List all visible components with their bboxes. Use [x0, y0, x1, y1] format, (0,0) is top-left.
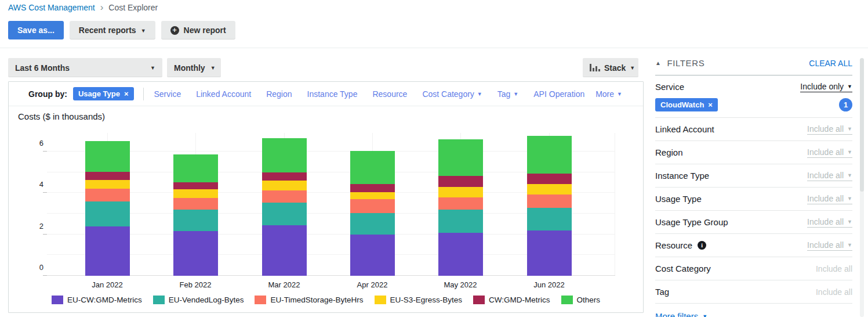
- filter-mode-select[interactable]: Include all▼: [807, 171, 852, 181]
- breadcrumb-link-cost-management[interactable]: AWS Cost Management: [8, 3, 95, 12]
- filter-mode-label: Include all: [807, 194, 844, 203]
- bar-segment-others[interactable]: [262, 138, 307, 172]
- divider: [143, 88, 144, 100]
- bar-segment-eu-cw-gmd-metrics[interactable]: [85, 226, 130, 276]
- granularity-select[interactable]: Monthly ▼: [167, 58, 221, 77]
- scrollbar-thumb[interactable]: [860, 58, 864, 192]
- group-by-link-region[interactable]: Region: [266, 89, 292, 99]
- bar-segment-eu-timedstorage-bytehrs[interactable]: [173, 198, 218, 210]
- bar-segment-eu-vendedlog-bytes[interactable]: [262, 203, 307, 226]
- legend-item-eu-cw-gmd-metrics[interactable]: EU-CW:GMD-Metrics: [52, 296, 142, 304]
- filter-row-cost-category: Cost CategoryInclude all: [655, 257, 852, 280]
- group-by-link-api-operation[interactable]: API Operation: [533, 89, 584, 99]
- bar-segment-cw-gmd-metrics[interactable]: [527, 174, 572, 184]
- group-by-more-link[interactable]: More ▼: [595, 89, 622, 99]
- filter-mode-select[interactable]: Include all▼: [807, 217, 852, 228]
- bar-segment-eu-timedstorage-bytehrs[interactable]: [527, 194, 572, 208]
- bar-segment-eu-s3-egress-bytes[interactable]: [527, 184, 572, 194]
- group-by-link-service[interactable]: Service: [154, 89, 181, 99]
- close-icon[interactable]: ×: [124, 90, 129, 98]
- bar-segment-eu-cw-gmd-metrics[interactable]: [173, 231, 218, 276]
- filter-tag-cloudwatch[interactable]: CloudWatch×: [655, 98, 718, 111]
- bar-segment-cw-gmd-metrics[interactable]: [85, 172, 130, 180]
- bar-segment-others[interactable]: [173, 154, 218, 182]
- bar-segment-others[interactable]: [438, 139, 483, 175]
- legend-item-eu-timedstorage-bytehrs[interactable]: EU-TimedStorage-ByteHrs: [255, 296, 363, 304]
- new-report-button[interactable]: + New report: [161, 21, 235, 39]
- bar-segment-eu-timedstorage-bytehrs[interactable]: [262, 190, 307, 203]
- bar-segment-cw-gmd-metrics[interactable]: [438, 176, 483, 187]
- x-tick-label: Jan 2022: [72, 280, 142, 289]
- filter-label: Linked Account: [655, 124, 714, 134]
- more-filters-link[interactable]: More filters ▼: [655, 311, 707, 317]
- filter-mode-label: Include all: [807, 240, 844, 250]
- filter-mode-label: Include all: [807, 124, 844, 134]
- legend-item-cw-gmd-metrics[interactable]: CW:GMD-Metrics: [473, 296, 550, 304]
- bar-segment-eu-s3-egress-bytes[interactable]: [262, 181, 307, 190]
- bar-segment-eu-vendedlog-bytes[interactable]: [85, 201, 130, 226]
- y-tick-label: 0: [26, 263, 43, 272]
- group-by-selected-pill[interactable]: Usage Type ×: [73, 87, 134, 100]
- info-icon[interactable]: i: [698, 241, 706, 250]
- bar-segment-eu-cw-gmd-metrics[interactable]: [350, 235, 395, 276]
- group-by-link-tag[interactable]: Tag▼: [497, 89, 519, 99]
- save-as-button[interactable]: Save as...: [8, 21, 64, 39]
- filter-tag-label: CloudWatch: [660, 100, 704, 109]
- bar-segment-eu-s3-egress-bytes[interactable]: [350, 192, 395, 199]
- filter-mode-select[interactable]: Include all: [816, 287, 852, 297]
- bar-segment-eu-s3-egress-bytes[interactable]: [85, 180, 130, 189]
- bar-segment-eu-cw-gmd-metrics[interactable]: [438, 233, 483, 276]
- filter-mode-select[interactable]: Include only▼: [800, 82, 852, 92]
- group-by-link-instance-type[interactable]: Instance Type: [307, 89, 358, 99]
- more-label: More: [595, 89, 614, 99]
- filter-label: Tag: [655, 287, 669, 297]
- bar-segment-eu-timedstorage-bytehrs[interactable]: [350, 199, 395, 213]
- chevron-down-icon: ▼: [477, 92, 482, 97]
- filters-title[interactable]: ▲ FILTERS: [655, 58, 704, 68]
- legend-item-eu-s3-egress-bytes[interactable]: EU-S3-Egress-Bytes: [375, 296, 463, 304]
- filter-mode-select[interactable]: Include all: [816, 264, 852, 273]
- bar-segment-eu-cw-gmd-metrics[interactable]: [527, 230, 572, 276]
- filter-mode-select[interactable]: Include all▼: [807, 147, 852, 158]
- close-icon[interactable]: ×: [708, 101, 713, 109]
- group-by-link-cost-category[interactable]: Cost Category▼: [422, 89, 482, 99]
- bar-segment-eu-cw-gmd-metrics[interactable]: [262, 225, 307, 276]
- chevron-down-icon: ▼: [617, 92, 622, 97]
- legend-item-others[interactable]: Others: [561, 296, 601, 304]
- bar-segment-others[interactable]: [85, 141, 130, 172]
- bar-segment-eu-s3-egress-bytes[interactable]: [438, 187, 483, 197]
- filter-mode-select[interactable]: Include all▼: [807, 194, 852, 204]
- filter-row-service: ServiceInclude only▼CloudWatch×1: [655, 75, 852, 118]
- clear-all-link[interactable]: CLEAR ALL: [809, 59, 852, 68]
- breadcrumb-chevron-icon: ›: [100, 3, 104, 12]
- bar-segment-eu-vendedlog-bytes[interactable]: [527, 208, 572, 231]
- group-by-link-resource[interactable]: Resource: [372, 89, 407, 99]
- scrollbar[interactable]: [860, 58, 864, 317]
- filter-mode-select[interactable]: Include all▼: [807, 240, 852, 251]
- bar-segment-eu-s3-egress-bytes[interactable]: [173, 189, 218, 198]
- bar-segment-others[interactable]: [527, 136, 572, 174]
- group-by-link-linked-account[interactable]: Linked Account: [196, 89, 251, 99]
- bar-segment-others[interactable]: [350, 151, 395, 184]
- bar-segment-eu-timedstorage-bytehrs[interactable]: [85, 189, 130, 201]
- filter-row-resource: ResourceiInclude all▼: [655, 234, 852, 257]
- filters-title-label: FILTERS: [667, 58, 705, 68]
- bar-segment-eu-vendedlog-bytes[interactable]: [350, 213, 395, 235]
- bar-segment-cw-gmd-metrics[interactable]: [173, 182, 218, 190]
- date-range-select[interactable]: Last 6 Months ▼: [8, 58, 162, 77]
- legend-swatch: [52, 296, 63, 304]
- bar-segment-eu-vendedlog-bytes[interactable]: [173, 210, 218, 230]
- filter-label: Instance Type: [655, 171, 709, 181]
- header-divider: [0, 48, 868, 48]
- legend-item-eu-vendedlog-bytes[interactable]: EU-VendedLog-Bytes: [153, 296, 244, 304]
- chart-legend: EU-CW:GMD-MetricsEU-VendedLog-BytesEU-Ti…: [9, 296, 643, 304]
- bar-segment-eu-vendedlog-bytes[interactable]: [438, 210, 483, 233]
- filter-mode-label: Include all: [807, 171, 844, 180]
- recent-reports-button[interactable]: Recent reports ▼: [70, 21, 155, 39]
- chart-style-select[interactable]: Stack ▼: [583, 58, 638, 77]
- bar-segment-cw-gmd-metrics[interactable]: [262, 172, 307, 181]
- filter-mode-select[interactable]: Include all▼: [807, 124, 852, 135]
- plot-area: 0246Jan 2022Feb 2022Mar 2022Apr 2022May …: [47, 133, 615, 276]
- bar-segment-cw-gmd-metrics[interactable]: [350, 184, 395, 192]
- bar-segment-eu-timedstorage-bytehrs[interactable]: [438, 197, 483, 210]
